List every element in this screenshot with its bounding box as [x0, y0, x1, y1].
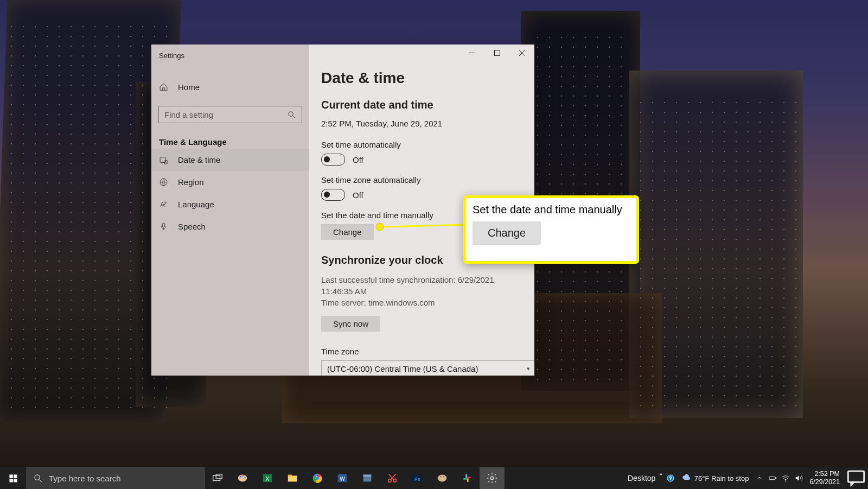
auto-tz-toggle[interactable] — [321, 189, 345, 201]
taskbar-search-placeholder: Type here to search — [49, 474, 121, 483]
taskbar-desktop-toolbar[interactable]: Desktop » — [622, 474, 664, 482]
tray-expand-icon[interactable] — [753, 467, 766, 489]
svg-rect-19 — [216, 474, 222, 479]
auto-tz-label: Set time zone automatically — [321, 175, 522, 185]
globe-icon — [159, 177, 168, 187]
sync-last-label: Last successful time synchronization: 6/… — [321, 274, 522, 297]
desktop: Settings Home Find a setting Time & Lang… — [0, 0, 868, 489]
svg-point-51 — [786, 481, 786, 481]
taskbar-search[interactable]: Type here to search — [26, 467, 205, 489]
svg-rect-27 — [288, 475, 292, 477]
sidebar-home[interactable]: Home — [151, 78, 309, 96]
svg-point-16 — [35, 475, 40, 480]
taskbar-app-generic2[interactable] — [430, 467, 455, 489]
svg-point-23 — [244, 477, 246, 479]
svg-line-17 — [40, 480, 42, 482]
taskbar: Type here to search X W Ps Desktop » ? 7… — [0, 467, 868, 489]
sync-now-button[interactable]: Sync now — [321, 316, 380, 332]
taskbar-clock[interactable]: 2:52 PM 6/29/2021 — [805, 470, 844, 486]
bg-lights — [635, 98, 797, 407]
svg-rect-50 — [776, 478, 776, 479]
taskbar-app-settings[interactable] — [480, 467, 505, 489]
search-input[interactable]: Find a setting — [158, 106, 302, 123]
auto-time-label: Set time automatically — [321, 140, 522, 149]
svg-rect-49 — [769, 477, 775, 479]
clock-time: 2:52 PM — [814, 470, 840, 478]
close-button[interactable] — [509, 45, 534, 61]
microphone-icon — [159, 222, 168, 231]
start-button[interactable] — [0, 467, 26, 489]
search-icon — [287, 110, 296, 119]
sidebar-item-label: Date & time — [178, 155, 220, 164]
help-icon[interactable]: ? — [664, 467, 677, 489]
window-title: Settings — [151, 45, 309, 65]
svg-point-41 — [443, 476, 444, 478]
svg-text:?: ? — [669, 475, 672, 481]
svg-point-21 — [240, 476, 241, 478]
language-icon — [159, 200, 168, 209]
svg-line-5 — [293, 116, 295, 118]
settings-sidebar: Settings Home Find a setting Time & Lang… — [151, 45, 309, 376]
taskbar-app-paint[interactable] — [230, 467, 255, 489]
sidebar-item-region[interactable]: Region — [151, 171, 309, 193]
taskbar-app-word[interactable]: W — [330, 467, 355, 489]
svg-point-11 — [376, 223, 384, 231]
maximize-button[interactable] — [484, 45, 509, 61]
svg-rect-42 — [465, 474, 467, 478]
taskbar-app-slack[interactable] — [455, 467, 480, 489]
sidebar-item-date-time[interactable]: Date & time — [151, 149, 309, 171]
current-datetime-value: 2:52 PM, Tuesday, June 29, 2021 — [321, 119, 522, 128]
taskbar-app-photoshop[interactable]: Ps — [405, 467, 430, 489]
change-datetime-button[interactable]: Change — [321, 224, 374, 240]
svg-point-30 — [316, 477, 319, 480]
task-view-button[interactable] — [205, 467, 230, 489]
chevron-right-icon: » — [659, 471, 662, 477]
svg-point-4 — [289, 111, 293, 116]
taskbar-app-explorer[interactable] — [280, 467, 305, 489]
taskbar-app-chrome[interactable] — [305, 467, 330, 489]
clock-date: 6/29/2021 — [809, 478, 840, 486]
taskbar-weather[interactable]: 76°F Rain to stop — [677, 473, 754, 483]
auto-time-state: Off — [353, 155, 363, 164]
action-center-button[interactable] — [844, 467, 868, 489]
annotation-leader — [374, 226, 467, 229]
volume-icon[interactable] — [792, 467, 805, 489]
auto-time-toggle[interactable] — [321, 154, 345, 166]
search-placeholder: Find a setting — [164, 110, 287, 119]
sidebar-item-label: Speech — [178, 222, 206, 231]
taskbar-app-excel[interactable]: X — [255, 467, 280, 489]
svg-point-40 — [440, 476, 442, 478]
taskbar-desktop-label: Desktop — [628, 474, 655, 482]
svg-rect-1 — [494, 50, 500, 55]
svg-point-39 — [438, 475, 447, 482]
svg-rect-43 — [463, 478, 467, 480]
svg-point-46 — [490, 477, 494, 480]
svg-rect-6 — [160, 157, 165, 163]
svg-rect-14 — [9, 479, 12, 482]
sync-server-label: Time server: time.windows.com — [321, 297, 522, 308]
sidebar-item-speech[interactable]: Speech — [151, 215, 309, 238]
callout-change-button[interactable]: Change — [473, 221, 541, 245]
timezone-select[interactable]: (UTC-06:00) Central Time (US & Canada) ▾ — [321, 360, 534, 376]
weather-text: 76°F Rain to stop — [694, 474, 749, 482]
svg-text:Ps: Ps — [414, 477, 420, 482]
sidebar-item-language[interactable]: Language — [151, 193, 309, 215]
taskbar-app-snip[interactable] — [380, 467, 405, 489]
sidebar-item-label: Language — [178, 200, 214, 209]
annotation-callout: Set the date and time manually Change — [463, 195, 639, 264]
svg-rect-9 — [162, 223, 164, 227]
battery-icon[interactable] — [766, 467, 779, 489]
taskbar-app-generic1[interactable] — [355, 467, 380, 489]
sidebar-item-label: Region — [178, 177, 204, 187]
minimize-button[interactable] — [459, 45, 484, 61]
svg-rect-15 — [14, 479, 17, 482]
svg-text:X: X — [265, 475, 270, 482]
svg-rect-13 — [14, 474, 17, 478]
svg-rect-18 — [213, 475, 220, 480]
callout-title: Set the date and time manually — [473, 204, 630, 216]
svg-rect-45 — [467, 477, 471, 478]
sidebar-section-title: Time & Language — [151, 123, 309, 149]
svg-point-22 — [242, 475, 244, 477]
wifi-icon[interactable] — [779, 467, 792, 489]
page-title: Date & time — [321, 69, 522, 87]
